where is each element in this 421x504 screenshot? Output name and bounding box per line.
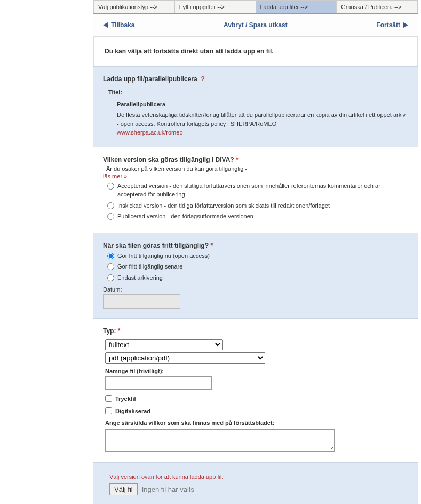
tryckfil-label: Tryckfil [115, 396, 136, 402]
tab-fill-info[interactable]: Fyll i uppgifter --> [175, 0, 256, 13]
back-link[interactable]: Tillbaka [103, 21, 134, 29]
back-label: Tillbaka [111, 21, 134, 29]
name-file-input[interactable] [105, 376, 212, 390]
type-select[interactable]: fulltext [105, 339, 223, 350]
parallell-text: De flesta vetenskapliga tidskrifter/förl… [117, 111, 408, 137]
avail-archive-radio[interactable] [107, 274, 114, 281]
conditions-label: Ange särskilda villkor som ska finnas me… [105, 420, 408, 426]
arrow-left-icon [103, 22, 108, 28]
choose-file-button[interactable]: Välj fil [109, 483, 138, 495]
read-more-link[interactable]: läs mer » [103, 173, 127, 179]
no-file-label: Ingen fil har valts [142, 485, 194, 493]
wizard-tabs: Välj publikationstyp --> Fyll i uppgifte… [93, 0, 418, 14]
version-submitted-radio[interactable] [107, 202, 114, 209]
tab-review-publish[interactable]: Granska / Publicera --> [337, 0, 418, 13]
version-submitted-label: Inskickad version - den tidiga författar… [117, 201, 330, 210]
tab-publication-type[interactable]: Välj publikationstyp --> [93, 0, 175, 13]
avail-archive-label: Endast arkivering [117, 273, 163, 282]
type-label: Typ: [103, 327, 116, 335]
help-icon[interactable]: ? [201, 75, 204, 83]
version-published-radio[interactable] [107, 213, 114, 220]
required-icon: * [118, 327, 121, 335]
datum-input [103, 294, 180, 309]
version-note: Är du osäker på vilken version du kan gö… [106, 166, 408, 172]
arrow-right-icon [403, 22, 408, 28]
version-accepted-radio[interactable] [107, 183, 114, 190]
forward-label: Fortsätt [376, 21, 400, 29]
parallell-head: Parallellpublicera [117, 101, 408, 107]
tryckfil-checkbox[interactable] [105, 395, 112, 402]
tab-upload-files[interactable]: Ladda upp filer --> [256, 0, 337, 13]
availability-question: När ska filen göras fritt tillgänglig? [103, 242, 209, 249]
titel-label: Titel: [108, 89, 408, 96]
name-file-label: Namnge fil (frivilligt): [105, 368, 408, 374]
conditions-textarea[interactable] [105, 429, 335, 452]
upload-error: Välj version ovan för att kunna ladda up… [109, 474, 402, 480]
section-title: Ladda upp fil/parallellpublicera ? [103, 75, 408, 83]
avail-later-radio[interactable] [107, 263, 114, 270]
section-title-text: Ladda upp fil/parallellpublicera [103, 75, 197, 83]
datum-label: Datum: [103, 286, 408, 293]
availability-section: När ska filen göras fritt tillgänglig? *… [93, 233, 418, 319]
sherpa-link[interactable]: www.sherpa.ac.uk/romeo [117, 129, 183, 136]
required-icon: * [210, 242, 213, 249]
avail-now-label: Gör fritt tillgänglig nu (open access) [117, 251, 210, 261]
file-upload-section: Välj version ovan för att kunna ladda up… [93, 462, 418, 504]
required-icon: * [236, 156, 239, 163]
version-accepted-label: Accepterad version - den slutliga förfat… [117, 182, 408, 199]
nav-row: Tillbaka Avbryt / Spara utkast Fortsätt [93, 14, 418, 36]
info-box: Du kan välja att fortsätta direkt utan a… [93, 36, 418, 66]
format-select[interactable]: pdf (application/pdf) [105, 352, 265, 364]
digitaliserad-label: Digitaliserad [115, 408, 150, 414]
upload-section: Ladda upp fil/parallellpublicera ? Titel… [93, 66, 418, 147]
info-text: Du kan välja att fortsätta direkt utan a… [105, 48, 407, 55]
version-question: Vilken version ska göras tillgänglig i D… [103, 156, 234, 163]
digitaliserad-checkbox[interactable] [105, 407, 112, 414]
avail-now-radio[interactable] [107, 253, 114, 259]
forward-link[interactable]: Fortsätt [376, 21, 408, 29]
type-section: Typ: * fulltext pdf (application/pdf) Na… [93, 318, 418, 462]
cancel-save-link[interactable]: Avbryt / Spara utkast [224, 21, 288, 29]
avail-later-label: Gör fritt tillgänglig senare [117, 262, 182, 271]
version-section: Vilken version ska göras tillgänglig i D… [93, 147, 418, 233]
version-published-label: Publicerad version - den förlagsutformad… [117, 212, 253, 221]
